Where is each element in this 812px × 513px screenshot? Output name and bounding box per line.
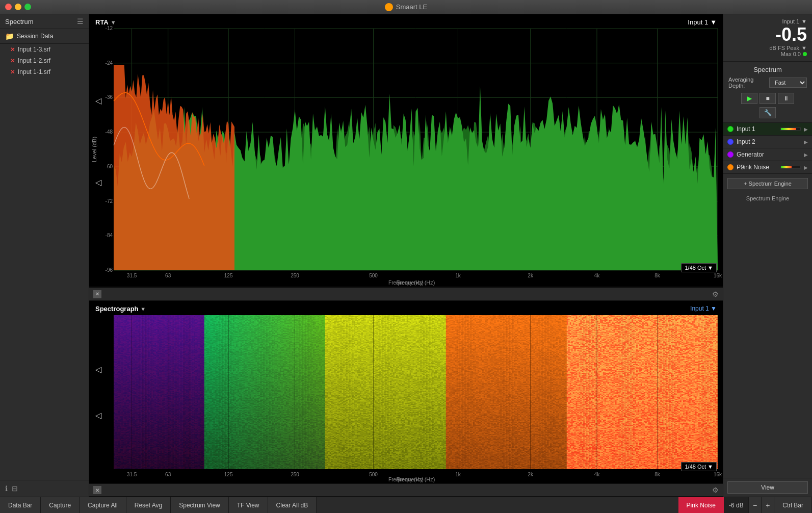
sidebar-item-label-1: Input 1-2.srf [18, 57, 50, 64]
input-item-0[interactable]: Input 1 ▶ [723, 123, 812, 136]
input-level-bar-0 [780, 127, 801, 131]
minimize-button[interactable] [15, 4, 21, 10]
pause-button[interactable]: ⏸ [778, 93, 794, 104]
folder-icon: 📁 [5, 32, 14, 40]
input-item-3[interactable]: P9ink Noise ▶ [723, 161, 812, 174]
input-dot-0 [727, 126, 734, 132]
sidebar-item-2[interactable]: ✕ Input 1-1.srf [0, 66, 89, 78]
max-row: Max 0.0 [728, 51, 807, 57]
input-level-bar-3 [780, 166, 801, 169]
input-dot-2 [727, 151, 734, 158]
spectro-divider: ✕ ⚙ [89, 483, 723, 497]
sidebar-info-button[interactable]: ℹ [5, 484, 8, 493]
sidebar-menu-icon[interactable]: ☰ [77, 17, 84, 25]
stop-button[interactable]: ■ [759, 93, 776, 104]
spectro-canvas [89, 301, 723, 483]
pink-noise-label: Pink Noise [687, 502, 716, 509]
bottom-bar: Data Bar Capture Capture All Reset Avg S… [0, 497, 812, 513]
spectro-input-dropdown[interactable]: ▼ [711, 305, 717, 312]
input-arrow-2[interactable]: ▶ [804, 152, 808, 158]
rta-settings-icon[interactable]: ⚙ [712, 290, 719, 298]
spectro-input-label[interactable]: Input 1 ▼ [690, 305, 717, 312]
rta-input-dropdown[interactable]: ▼ [710, 18, 717, 26]
rta-octave-badge[interactable]: 1/48 Oct ▼ [681, 263, 717, 272]
srf-icon-1: ✕ [10, 58, 15, 64]
spectro-close-button[interactable]: ✕ [93, 486, 101, 494]
sidebar-item-1[interactable]: ✕ Input 1-2.srf [0, 55, 89, 66]
add-engine-button[interactable]: + Spectrum Engine [727, 178, 808, 189]
input-dot-3 [727, 164, 734, 170]
sidebar-item-0[interactable]: ✕ Input 1-3.srf [0, 44, 89, 55]
title-bar: Smaart LE [0, 0, 812, 14]
right-panel: Input 1 ▼ -0.5 dB FS Peak ▼ Max 0.0 Spec… [723, 14, 812, 497]
rta-freq-label: Frequency (Hz) [388, 280, 424, 286]
capture-all-btn[interactable]: Capture All [80, 497, 126, 513]
input-dot-1 [727, 139, 734, 145]
window-controls [5, 4, 31, 10]
input-level-fill-0 [781, 128, 796, 130]
rta-title: RTA [95, 18, 109, 26]
reset-avg-btn[interactable]: Reset Avg [126, 497, 171, 513]
rta-y-scroll-bot[interactable]: ◁ [95, 177, 101, 187]
rta-dropdown-icon[interactable]: ▼ [111, 19, 116, 25]
ctrl-bar-btn[interactable]: Ctrl Bar [774, 497, 812, 513]
spectro-y-scroll-top[interactable]: ◁ [95, 365, 101, 374]
settings-btn-row: 🔧 [728, 107, 807, 118]
view-row: View [723, 478, 812, 497]
input-name-2: Generator [737, 151, 801, 158]
db-value-input[interactable] [724, 497, 749, 513]
rta-y-scroll-top[interactable]: ◁ [95, 96, 101, 106]
ctrl-bar-label: Ctrl Bar [782, 502, 803, 509]
rta-input-label[interactable]: Input 1 ▼ [688, 18, 717, 26]
db-plus-btn[interactable]: + [762, 497, 774, 513]
sidebar: Spectrum ☰ 📁 Session Data ✕ Input 1-3.sr… [0, 14, 89, 497]
view-button[interactable]: View [727, 481, 808, 494]
close-button[interactable] [5, 4, 12, 10]
data-bar-btn[interactable]: Data Bar [0, 497, 41, 513]
sidebar-header: Spectrum ☰ [0, 14, 89, 29]
wrench-button[interactable]: 🔧 [759, 107, 776, 118]
input-arrow-3[interactable]: ▶ [804, 165, 808, 170]
clear-all-db-btn[interactable]: Clear All dB [268, 497, 317, 513]
input-arrow-1[interactable]: ▶ [804, 139, 808, 145]
data-bar-label: Data Bar [8, 502, 32, 509]
tf-view-btn[interactable]: TF View [229, 497, 268, 513]
play-button[interactable]: ▶ [741, 93, 757, 104]
sidebar-delete-button[interactable]: ⊟ [12, 484, 18, 493]
capture-btn[interactable]: Capture [41, 497, 80, 513]
green-dot [803, 52, 807, 56]
rta-input-text: Input 1 [688, 18, 708, 26]
db-minus-btn[interactable]: − [749, 497, 762, 513]
input-arrow-0[interactable]: ▶ [804, 126, 808, 132]
level-display: Input 1 ▼ -0.5 dB FS Peak ▼ Max 0.0 [723, 14, 812, 62]
level-unit: dB FS Peak [769, 45, 799, 51]
transport-row: ▶ ■ ⏸ [728, 93, 807, 104]
spectro-y-scroll-bot[interactable]: ◁ [95, 411, 101, 420]
spectro-octave-badge[interactable]: 1/48 Oct ▼ [681, 462, 717, 471]
input-name-3: P9ink Noise [737, 164, 777, 171]
main-layout: Spectrum ☰ 📁 Session Data ✕ Input 1-3.sr… [0, 14, 812, 497]
input-level-fill-3 [781, 166, 792, 168]
spectrum-section-title: Spectrum [728, 66, 807, 73]
spectrograph-container: Spectrograph ▼ Input 1 ▼ ◁ ◁ 1/48 Oct ▼ … [89, 301, 723, 483]
level-unit-dropdown[interactable]: ▼ [801, 45, 807, 51]
session-label: Session Data [17, 33, 53, 40]
sidebar-session[interactable]: 📁 Session Data [0, 29, 89, 44]
spectro-settings-icon[interactable]: ⚙ [712, 486, 719, 494]
spectrum-view-btn[interactable]: Spectrum View [171, 497, 228, 513]
input-item-1[interactable]: Input 2 ▶ [723, 136, 812, 148]
rta-octave-text: 1/48 Oct [685, 265, 706, 271]
input-name-0: Input 1 [737, 125, 777, 133]
avg-depth-select[interactable]: Fast Medium Slow [769, 78, 807, 88]
app-icon [385, 3, 393, 11]
reset-avg-label: Reset Avg [135, 502, 162, 509]
rta-close-button[interactable]: ✕ [93, 290, 101, 298]
right-panel-bottom-area: View [723, 478, 812, 497]
input-item-2[interactable]: Generator ▶ [723, 148, 812, 161]
spectro-dropdown-icon[interactable]: ▼ [140, 306, 146, 312]
max-label: Max 0.0 [781, 51, 801, 57]
spectro-title: Spectrograph [95, 305, 139, 313]
srf-icon-0: ✕ [10, 46, 15, 53]
maximize-button[interactable] [24, 4, 31, 10]
pink-noise-btn[interactable]: Pink Noise [678, 497, 724, 513]
